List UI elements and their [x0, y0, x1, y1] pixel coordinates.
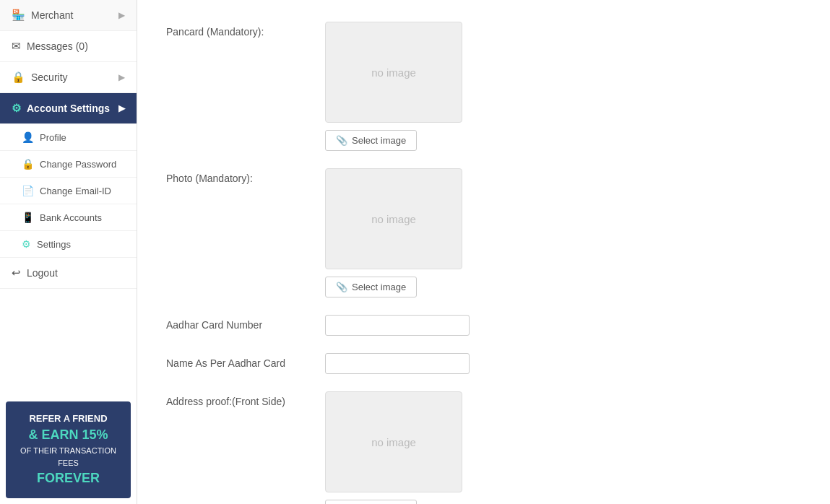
sidebar-item-label: Logout [27, 267, 58, 279]
sidebar-item-account-settings[interactable]: ⚙ Account Settings ▶ [0, 93, 137, 124]
address-front-label: Address proof:(Front Side) [166, 391, 325, 407]
sidebar-item-label: Security [31, 71, 68, 83]
bank-icon: 📱 [22, 212, 34, 223]
merchant-icon: 🏪 [12, 9, 25, 22]
photo-row: Photo (Mandatory): no image 📎 Select ima… [166, 168, 801, 297]
referral-line3: OF THEIR TRANSACTION FEES [13, 445, 124, 469]
photo-control: no image 📎 Select image [325, 168, 686, 297]
messages-icon: ✉ [12, 40, 21, 53]
chevron-right-icon: ▶ [118, 72, 125, 82]
address-front-image-placeholder: no image [325, 391, 462, 492]
photo-no-image-text: no image [371, 213, 416, 225]
clip-icon: 📎 [336, 135, 347, 146]
sidebar-item-logout[interactable]: ↩ Logout [0, 258, 137, 289]
email-icon: 📄 [22, 185, 34, 196]
logout-icon: ↩ [12, 266, 21, 279]
pancard-control: no image 📎 Select image [325, 22, 686, 151]
address-front-row: Address proof:(Front Side) no image 📎 Se… [166, 391, 801, 504]
referral-line2: & EARN 15% [13, 425, 124, 445]
sidebar-sub-item-label: Change Password [40, 159, 116, 170]
sidebar-item-messages[interactable]: ✉ Messages (0) [0, 31, 137, 62]
sidebar-sub-item-bank-accounts[interactable]: 📱 Bank Accounts [0, 204, 137, 231]
photo-select-image-label: Select image [352, 282, 406, 292]
chevron-right-icon: ▶ [118, 10, 125, 20]
aadhar-name-control [325, 353, 686, 374]
sidebar-sub-item-settings[interactable]: ⚙ Settings [0, 231, 137, 258]
sidebar-sub-item-change-password[interactable]: 🔒 Change Password [0, 151, 137, 178]
sidebar-item-label: Account Settings [27, 103, 110, 114]
aadhar-number-input[interactable] [325, 315, 470, 336]
sidebar: 🏪 Merchant ▶ ✉ Messages (0) 🔒 Security ▶… [0, 0, 137, 504]
sidebar-sub-item-label: Change Email-ID [40, 186, 111, 196]
photo-label: Photo (Mandatory): [166, 168, 325, 184]
referral-line4: FOREVER [13, 469, 124, 488]
sidebar-sub-item-change-email[interactable]: 📄 Change Email-ID [0, 178, 137, 204]
sidebar-item-label: Merchant [31, 9, 73, 21]
aadhar-name-input[interactable] [325, 353, 470, 374]
sidebar-sub-item-label: Profile [40, 132, 66, 143]
pancard-select-image-button[interactable]: 📎 Select image [325, 130, 417, 151]
aadhar-name-row: Name As Per Aadhar Card [166, 353, 801, 374]
sidebar-sub-item-profile[interactable]: 👤 Profile [0, 124, 137, 151]
account-settings-icon: ⚙ [12, 102, 21, 115]
clip-icon: 📎 [336, 282, 347, 292]
settings-icon: ⚙ [22, 238, 31, 250]
pancard-select-image-label: Select image [352, 135, 406, 146]
aadhar-number-control [325, 315, 686, 336]
main-content: Pancard (Mandatory): no image 📎 Select i… [137, 0, 830, 504]
pancard-row: Pancard (Mandatory): no image 📎 Select i… [166, 22, 801, 151]
chevron-right-icon: ▶ [118, 103, 125, 113]
aadhar-number-row: Aadhar Card Number [166, 315, 801, 336]
pancard-label: Pancard (Mandatory): [166, 22, 325, 38]
sidebar-sub-item-label: Bank Accounts [40, 212, 102, 223]
referral-line1: REFER A FRIEND [13, 412, 124, 426]
photo-image-placeholder: no image [325, 168, 462, 269]
pancard-image-placeholder: no image [325, 22, 462, 123]
address-front-no-image-text: no image [371, 436, 416, 448]
photo-select-image-button[interactable]: 📎 Select image [325, 277, 417, 297]
sidebar-item-label: Messages (0) [27, 40, 88, 52]
sidebar-item-security[interactable]: 🔒 Security ▶ [0, 62, 137, 93]
profile-icon: 👤 [22, 131, 34, 143]
sidebar-sub-item-label: Settings [37, 239, 71, 250]
aadhar-number-label: Aadhar Card Number [166, 315, 325, 331]
lock-icon: 🔒 [22, 158, 34, 170]
aadhar-name-label: Name As Per Aadhar Card [166, 353, 325, 369]
referral-banner: REFER A FRIEND & EARN 15% OF THEIR TRANS… [6, 401, 131, 499]
sidebar-item-merchant[interactable]: 🏪 Merchant ▶ [0, 0, 137, 31]
address-front-select-image-button[interactable]: 📎 Select image [325, 500, 417, 504]
pancard-no-image-text: no image [371, 66, 416, 79]
security-icon: 🔒 [12, 71, 25, 84]
address-front-control: no image 📎 Select image [325, 391, 686, 504]
